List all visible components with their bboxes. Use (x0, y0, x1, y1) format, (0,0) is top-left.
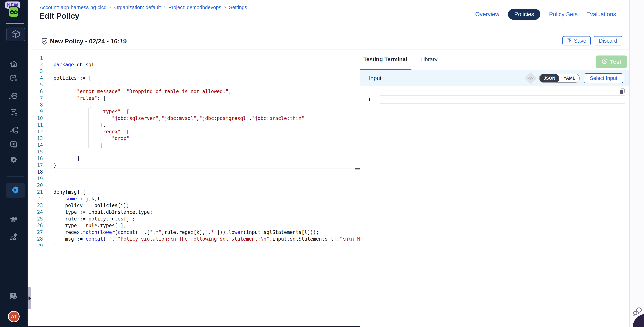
policy-card-header: New Policy - 02/24 - 16:19 Save Discard (31, 28, 630, 50)
code-text: type := input.dbInstance.type; (54, 209, 152, 215)
tab-policies[interactable]: Policies (508, 9, 540, 20)
save-label: Save (574, 38, 586, 44)
play-box-icon (10, 141, 18, 149)
code-text: ] (54, 169, 56, 175)
code-text: "regex": [ (54, 128, 129, 135)
code-line-17[interactable]: 17} (31, 162, 360, 169)
format-toggle[interactable]: JSON YAML (539, 74, 580, 83)
breadcrumb-link[interactable]: Settings (229, 5, 247, 10)
code-line-20[interactable]: 20 (31, 182, 360, 189)
sidebar-item-play-box[interactable] (0, 141, 28, 149)
sidebar-item-flow[interactable] (0, 126, 28, 135)
tab-library[interactable]: Library (420, 56, 438, 62)
sidebar-item-db-dots[interactable] (0, 108, 28, 117)
breadcrumb-link[interactable]: Project: demodbdevops (168, 5, 222, 10)
code-line-21[interactable]: 21deny[msg] { (31, 189, 360, 195)
code-text: ] (54, 142, 103, 148)
code-brackets-icon: </> (525, 72, 537, 84)
tab-policy-sets[interactable]: Policy Sets (549, 11, 578, 18)
code-line-2[interactable]: 2package db_sql (31, 61, 360, 68)
breadcrumb-link[interactable]: Organization: default (114, 5, 161, 10)
sidebar-divider (0, 283, 28, 284)
play-circle-icon (602, 58, 608, 66)
line-number: 21 (31, 189, 43, 195)
sidebar-item-layers-gear[interactable] (0, 215, 28, 225)
breadcrumb-link[interactable]: Account: app-harness-ng-cicd (40, 5, 106, 10)
user-avatar[interactable]: AT (8, 311, 20, 322)
bottom-edge (28, 326, 360, 327)
active-tab-underline (360, 69, 412, 70)
code-line-22[interactable]: 22 some i,j,k,l (31, 195, 360, 202)
sidebar-item-settings-gear[interactable] (6, 183, 25, 198)
code-line-3[interactable]: 3 (31, 68, 360, 75)
save-button[interactable]: Save (562, 36, 591, 45)
line-number: 23 (31, 202, 43, 209)
line-number: 20 (31, 182, 43, 189)
code-line-26[interactable]: 26 type = rule.types[_]; (31, 222, 360, 229)
line-number: 6 (31, 88, 43, 95)
discard-button[interactable]: Discard (594, 36, 622, 45)
code-line-18[interactable]: 18] (31, 169, 360, 175)
cube-icon (11, 29, 20, 40)
code-line-7[interactable]: 7 "rules": [ (31, 95, 360, 101)
line-number: 25 (31, 215, 43, 222)
code-line-8[interactable]: 8 { (31, 101, 360, 108)
breadcrumb-separator: › (224, 4, 226, 10)
sidebar-item-db-gear[interactable] (0, 74, 28, 83)
code-line-6[interactable]: 6 "error_message": "Dropping of table is… (31, 88, 360, 95)
test-button[interactable]: Test (596, 55, 627, 68)
sidebar-item-home[interactable] (0, 60, 28, 69)
code-line-28[interactable]: 28 msg := concat("",["Policy violation:\… (31, 236, 360, 242)
code-line-1[interactable]: 1 (31, 54, 360, 61)
shield-check-icon (41, 38, 48, 45)
code-line-13[interactable]: 13 "drop" (31, 135, 360, 142)
format-yaml[interactable]: YAML (560, 74, 579, 82)
line-number: 2 (31, 61, 43, 68)
layers-gear-icon (9, 215, 18, 225)
input-editor-line[interactable]: 1 (360, 95, 630, 104)
line-number: 5 (31, 81, 43, 88)
code-line-5[interactable]: 5{ (31, 81, 360, 88)
copy-icon[interactable] (619, 88, 625, 95)
select-input-button[interactable]: Select Input (584, 73, 623, 83)
edit-pencil-icon[interactable] (121, 38, 127, 45)
code-text: deny[msg] { (54, 189, 86, 195)
code-text: { (54, 101, 92, 108)
format-json[interactable]: JSON (540, 74, 560, 82)
code-line-19[interactable]: 19 (31, 175, 360, 182)
sidebar-help-chat[interactable]: ? (0, 292, 28, 302)
code-line-16[interactable]: 16 ] (31, 155, 360, 162)
tab-overview[interactable]: Overview (475, 11, 499, 18)
svg-text:?: ? (12, 294, 14, 297)
line-number: 8 (31, 101, 43, 108)
line-number: 16 (31, 155, 43, 162)
code-text: msg := concat("",["Policy violation:\n T… (54, 236, 360, 242)
settings-gear-icon (10, 185, 20, 195)
line-number: 24 (31, 209, 43, 215)
sidebar-item-gear[interactable] (0, 155, 28, 165)
code-line-9[interactable]: 9 "types": [ (31, 108, 360, 115)
home-icon (10, 60, 18, 69)
code-line-29[interactable]: 29} (31, 242, 360, 249)
db-devops-logo-icon[interactable] (8, 6, 19, 18)
code-line-25[interactable]: 25 rule := policy.rules[j]; (31, 215, 360, 222)
code-line-10[interactable]: 10 "jdbc:sqlserver","jdbc:mysql","jdbc:p… (31, 115, 360, 122)
policy-code-editor[interactable]: 12package db_sql34policies := [5{6 "erro… (31, 50, 360, 326)
code-line-15[interactable]: 15 } (31, 148, 360, 155)
code-text: } (54, 162, 56, 169)
code-line-4[interactable]: 4policies := [ (31, 75, 360, 81)
code-text: package db_sql (54, 61, 94, 68)
tab-evaluations[interactable]: Evaluations (586, 11, 616, 18)
code-line-14[interactable]: 14 ] (31, 142, 360, 148)
code-line-23[interactable]: 23 policy := policies[i]; (31, 202, 360, 209)
code-line-27[interactable]: 27 regex.match(lower(concat("",[".*",rul… (31, 229, 360, 236)
sidebar-item-flow-gear[interactable] (0, 233, 28, 242)
code-line-24[interactable]: 24 type := input.dbInstance.type; (31, 209, 360, 215)
sidebar-module-current[interactable] (6, 27, 25, 41)
tab-testing-terminal[interactable]: Testing Terminal (363, 56, 407, 62)
sidebar-item-db-stack[interactable] (0, 92, 28, 101)
code-line-12[interactable]: 12 "regex": [ (31, 128, 360, 135)
code-line-11[interactable]: 11 ], (31, 122, 360, 128)
sidebar-divider (7, 176, 24, 177)
line-number: 22 (31, 195, 43, 202)
